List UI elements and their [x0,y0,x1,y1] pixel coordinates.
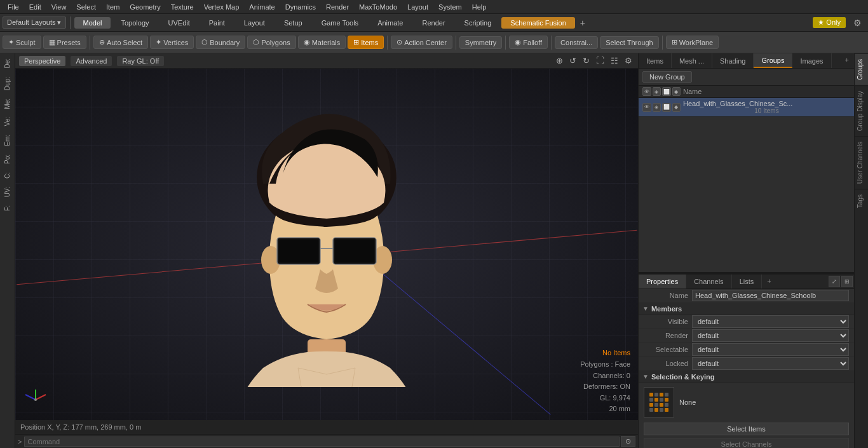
menu-maxtomodo[interactable]: MaxToModo [354,2,402,12]
svg-line-12 [25,395,36,400]
rp-tab-items[interactable]: Items [639,53,672,68]
layout-tab-setup[interactable]: Setup [275,17,311,29]
menu-layout[interactable]: Layout [402,2,433,12]
menu-item[interactable]: Item [101,2,125,12]
props-tab-lists[interactable]: Lists [732,275,763,288]
workplane-button[interactable]: ⊞ WorkPlane [666,36,719,49]
command-input[interactable] [24,437,620,447]
viewport-ctrl-icon5[interactable]: ☷ [609,55,620,66]
sidebar-tab-ve[interactable]: Ve: [3,113,12,130]
layout-tab-model[interactable]: Model [74,17,111,29]
props-tab-plus[interactable]: + [762,275,776,288]
viewport-ctrl-icon2[interactable]: ↺ [567,55,578,66]
auto-select-button[interactable]: ⊕ Auto Select [93,36,148,49]
props-tab-properties[interactable]: Properties [639,275,686,288]
far-right-tab-tags[interactable]: Tags [855,189,868,213]
sidebar-tab-f[interactable]: F: [3,201,12,215]
sidebar-tab-em[interactable]: Em: [3,131,12,150]
falloff-button[interactable]: ◉ Falloff [509,36,548,49]
rp-tab-plus[interactable]: + [840,53,854,68]
sidebar-tab-me[interactable]: Me: [3,95,12,113]
menu-system[interactable]: System [433,2,467,12]
select-items-button[interactable]: Select Items [644,423,849,435]
layout-tab-render[interactable]: Render [413,17,454,29]
menu-file[interactable]: File [3,2,24,12]
sidebar-tab-c[interactable]: C: [3,168,12,182]
layout-tab-paint[interactable]: Paint [200,17,234,29]
materials-button[interactable]: ◉ Materials [298,36,346,49]
menu-render[interactable]: Render [321,2,354,12]
viewport-tab-raygl[interactable]: Ray GL: Off [117,56,164,66]
selectable-select[interactable]: default [692,343,849,356]
sidebar-tab-dup[interactable]: Dup: [3,73,12,94]
select-through-button[interactable]: Select Through [600,36,658,49]
layout-tab-plus[interactable]: + [576,17,589,29]
layout-tab-animate[interactable]: Animate [369,17,412,29]
menu-geometry[interactable]: Geometry [125,2,165,12]
members-section-header[interactable]: ▼ Members [639,303,854,315]
name-input[interactable] [692,290,849,301]
sculpt-button[interactable]: ✦ Sculpt [3,36,41,49]
menu-dynamics[interactable]: Dynamics [280,2,321,12]
rp-tab-mesh[interactable]: Mesh ... [672,53,712,68]
rp-tab-groups[interactable]: Groups [754,53,792,68]
sidebar-tab-de[interactable]: De: [3,55,12,72]
group-vis-icon[interactable]: ⬜ [662,103,671,112]
viewport-ctrl-icon6[interactable]: ⚙ [623,55,634,66]
far-right-tab-group-display[interactable]: Group Display [855,85,868,136]
layout-tab-scripting[interactable]: Scripting [456,17,501,29]
sidebar-tab-uv[interactable]: UV: [3,183,12,201]
far-right-tab-groups[interactable]: Groups [855,53,868,85]
viewport-tab-perspective[interactable]: Perspective [19,56,65,66]
menu-animate[interactable]: Animate [244,2,280,12]
symmetry-button[interactable]: Symmetry [459,36,503,49]
layout-tab-gametools[interactable]: Game Tools [313,17,368,29]
viewport-ctrl-icon4[interactable]: ⛶ [594,55,606,66]
layout-bar: Default Layouts ▾ Model Topology UVEdit … [0,14,868,32]
selection-keying-header[interactable]: ▼ Selection & Keying [639,371,854,383]
far-right-tab-user-channels[interactable]: User Channels [855,136,868,189]
menu-help[interactable]: Help [467,2,492,12]
locked-select[interactable]: default [692,357,849,370]
viewport-tab-advanced[interactable]: Advanced [71,56,112,66]
menu-texture[interactable]: Texture [166,2,199,12]
command-submit-button[interactable]: ⊙ [621,436,635,447]
props-tab-icons: ⤢ ⊞ [827,275,854,288]
polygons-button[interactable]: ⬡ Polygons [247,36,295,49]
props-tab-channels[interactable]: Channels [686,275,731,288]
group-item[interactable]: 👁 ◈ ⬜ ◆ Head_with_Glasses_Chinese_Sc... … [639,98,854,117]
items-button[interactable]: ⊞ Items [348,36,384,49]
presets-button[interactable]: ▦ Presets [43,36,86,49]
viewport-ctrl-icon1[interactable]: ⊕ [554,55,565,66]
render-label: Render [644,332,688,339]
group-render-icon[interactable]: ◈ [653,103,661,112]
action-center-button[interactable]: ⊙ Action Center [391,36,452,49]
menu-edit[interactable]: Edit [24,2,46,12]
props-expand-icon[interactable]: ⤢ [829,276,840,287]
layout-tab-topology[interactable]: Topology [112,17,158,29]
sidebar-tab-po[interactable]: Po: [3,151,12,168]
layout-dropdown[interactable]: Default Layouts ▾ [3,17,66,29]
group-key-icon[interactable]: ◆ [672,103,681,112]
menu-select[interactable]: Select [71,2,101,12]
props-float-icon[interactable]: ⊞ [841,276,853,287]
vertices-button[interactable]: ✦ Vertices [150,36,194,49]
group-eye-icon[interactable]: 👁 [642,103,651,112]
layout-tab-layout[interactable]: Layout [235,17,274,29]
viewport-canvas[interactable]: No Items Polygons : Face Channels: 0 Def… [15,69,638,420]
layout-gear-icon[interactable]: ⚙ [850,17,865,29]
menu-view[interactable]: View [46,2,72,12]
boundary-button[interactable]: ⬡ Boundary [196,36,245,49]
kdot-14 [654,408,658,412]
rp-tab-images[interactable]: Images [792,53,831,68]
rp-tab-shading[interactable]: Shading [712,53,754,68]
viewport-ctrl-icon3[interactable]: ↻ [581,55,592,66]
new-group-button[interactable]: New Group [642,71,692,83]
layout-tab-uvedit[interactable]: UVEdit [159,17,199,29]
constraint-button[interactable]: Constrai... [555,36,598,49]
select-channels-button[interactable]: Select Channels [644,438,849,449]
menu-vertex-map[interactable]: Vertex Map [199,2,245,12]
layout-tab-schematic-fusion[interactable]: Schematic Fusion [501,17,574,29]
render-select[interactable]: default [692,329,849,342]
visible-select[interactable]: default [692,315,849,328]
